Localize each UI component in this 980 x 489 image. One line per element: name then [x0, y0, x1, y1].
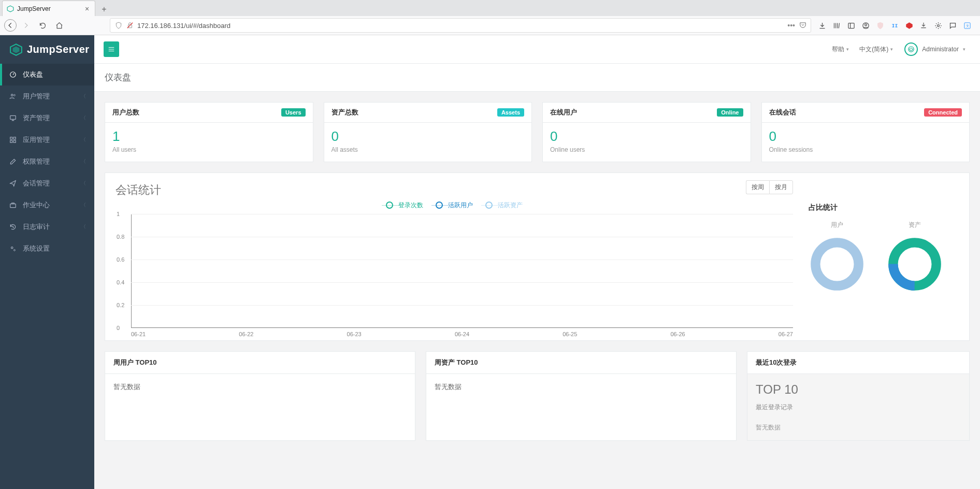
forward-button[interactable] — [19, 18, 33, 33]
y-tick: 0.6 — [117, 256, 124, 263]
stat-title: 在线会话 — [769, 108, 796, 117]
sidebar-item-users[interactable]: 用户管理 〈 — [0, 85, 94, 107]
download-icon[interactable] — [817, 21, 827, 30]
svg-point-22 — [11, 247, 13, 249]
cogs-icon — [8, 245, 18, 252]
status-badge: Connected — [924, 108, 962, 117]
url-bar[interactable]: ••• — [110, 18, 811, 33]
svg-marker-12 — [13, 46, 20, 53]
account-icon[interactable] — [861, 21, 870, 30]
y-tick: 1 — [117, 211, 120, 217]
topbar: 帮助 ▾ 中文(简体) ▾ Administrator ▾ — [94, 35, 980, 64]
download2-icon[interactable] — [919, 21, 928, 30]
chevron-left-icon: 〈 — [81, 158, 86, 165]
sidebar-item-perms[interactable]: 权限管理 〈 — [0, 151, 94, 172]
status-badge: Users — [281, 108, 306, 117]
extension-icon[interactable] — [890, 21, 899, 30]
donut-users: 用户 — [809, 221, 866, 293]
stat-value: 1 — [112, 129, 306, 144]
page-header: 仪表盘 — [94, 64, 980, 92]
sidebar-item-sessions[interactable]: 会话管理 〈 — [0, 172, 94, 194]
recent-logins-sub: 最近登录记录 — [756, 403, 961, 412]
translate-icon[interactable]: 文 — [962, 21, 972, 30]
svg-rect-16 — [10, 116, 16, 119]
svg-point-8 — [937, 24, 939, 26]
tab-strip: JumpServer × + — [0, 0, 980, 16]
donut-assets: 资产 — [886, 221, 943, 293]
sidebar-item-dashboard[interactable]: 仪表盘 — [0, 64, 94, 85]
sidebar-item-apps[interactable]: 应用管理 〈 — [0, 129, 94, 151]
y-tick: 0.8 — [117, 234, 124, 240]
sidebar-item-audits[interactable]: 日志审计 〈 — [0, 216, 94, 238]
url-input[interactable] — [137, 22, 787, 30]
chevron-left-icon: 〈 — [81, 223, 86, 231]
browser-tab[interactable]: JumpServer × — [2, 1, 95, 16]
session-title: 会话统计 — [116, 182, 793, 198]
recent-logins-card: 最近10次登录 TOP 10 最近登录记录 暂无数据 — [747, 351, 970, 441]
user-dropdown[interactable]: Administrator ▾ — [898, 42, 971, 56]
more-dots-icon[interactable]: ••• — [787, 21, 795, 30]
help-dropdown[interactable]: 帮助 ▾ — [827, 45, 854, 54]
stat-sub: All users — [112, 146, 306, 153]
donut-users-label: 用户 — [809, 221, 866, 229]
ratio-title: 占比统计 — [809, 203, 959, 212]
sidebar-item-settings[interactable]: 系统设置 — [0, 238, 94, 260]
sidebar-toggle-icon[interactable] — [846, 21, 856, 30]
x-tick: 06-24 — [455, 331, 469, 337]
svg-rect-3 — [848, 23, 854, 28]
tab-close-icon[interactable]: × — [83, 5, 91, 13]
adblock-shield-icon[interactable] — [875, 21, 885, 30]
svg-rect-19 — [10, 140, 12, 142]
gear-icon[interactable] — [933, 21, 943, 30]
sidebar-toggle-button[interactable] — [104, 41, 119, 57]
briefcase-icon — [8, 202, 18, 209]
x-tick: 06-23 — [347, 331, 362, 337]
legend-login-count[interactable]: 登录次数 — [386, 201, 423, 210]
logo[interactable]: JumpServer — [0, 35, 94, 64]
x-tick: 06-27 — [779, 331, 793, 337]
sidebar-item-label: 权限管理 — [23, 157, 81, 166]
legend-active-users[interactable]: 活跃用户 — [436, 201, 473, 210]
chevron-down-icon: ▾ — [846, 47, 849, 52]
range-month-button[interactable]: 按月 — [769, 180, 793, 194]
power-icon — [904, 42, 918, 56]
send-icon — [8, 180, 18, 187]
library-icon[interactable] — [832, 21, 841, 30]
sidebar-item-assets[interactable]: 资产管理 〈 — [0, 107, 94, 129]
svg-text:文: 文 — [965, 24, 969, 27]
sidebar-item-label: 仪表盘 — [23, 70, 86, 79]
stat-sub: Online sessions — [769, 146, 962, 153]
sidebar-menu: 仪表盘 用户管理 〈 资产管理 〈 应用管理 〈 权限管理 〈 — [0, 64, 94, 260]
logo-mark-icon — [9, 43, 23, 56]
sidebar-item-label: 资产管理 — [23, 113, 81, 123]
language-dropdown[interactable]: 中文(简体) ▾ — [854, 45, 898, 54]
recent-logins-title: 最近10次登录 — [747, 352, 969, 374]
sidebar-item-jobs[interactable]: 作业中心 〈 — [0, 194, 94, 216]
donut-assets-label: 资产 — [886, 221, 943, 229]
range-week-button[interactable]: 按周 — [746, 180, 769, 194]
reload-button[interactable] — [35, 18, 50, 33]
abp-icon[interactable] — [904, 21, 914, 30]
users-icon — [8, 93, 18, 100]
stat-title: 用户总数 — [112, 108, 139, 117]
top-assets-title: 周资产 TOP10 — [426, 352, 736, 374]
home-button[interactable] — [52, 18, 66, 33]
status-badge: Online — [717, 108, 743, 117]
help-label: 帮助 — [832, 45, 844, 54]
legend-active-assets[interactable]: 活跃资产 — [485, 201, 523, 210]
sidebar-item-label: 日志审计 — [23, 222, 81, 232]
svg-point-6 — [864, 23, 867, 25]
nav-bar: ••• 文 — [0, 16, 980, 35]
back-button[interactable] — [4, 19, 17, 32]
history-icon — [8, 223, 18, 231]
top-users-card: 周用户 TOP10 暂无数据 — [105, 351, 415, 441]
chat-icon[interactable] — [948, 21, 957, 30]
donut-assets-chart — [886, 236, 943, 293]
stat-sub: Online users — [550, 146, 743, 153]
svg-rect-21 — [10, 204, 16, 208]
new-tab-button[interactable]: + — [97, 3, 111, 16]
sidebar: JumpServer 仪表盘 用户管理 〈 资产管理 〈 应用管理 〈 — [0, 35, 94, 489]
page-title: 仪表盘 — [105, 71, 970, 83]
pocket-icon[interactable] — [799, 21, 806, 30]
desktop-icon — [8, 114, 18, 122]
